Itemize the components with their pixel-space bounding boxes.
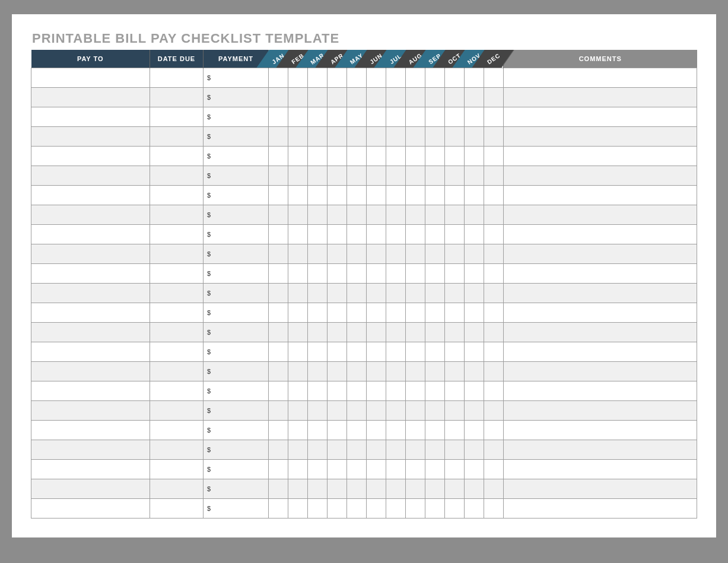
- cell-month-check[interactable]: [484, 440, 504, 460]
- cell-pay-to[interactable]: [31, 166, 150, 186]
- cell-pay-to[interactable]: [31, 68, 150, 88]
- cell-month-check[interactable]: [406, 323, 425, 342]
- cell-date-due[interactable]: [150, 88, 204, 107]
- cell-month-check[interactable]: [367, 88, 386, 107]
- cell-date-due[interactable]: [150, 479, 204, 499]
- cell-month-check[interactable]: [269, 166, 288, 186]
- cell-pay-to[interactable]: [31, 381, 150, 401]
- cell-month-check[interactable]: [425, 303, 445, 323]
- cell-month-check[interactable]: [465, 127, 484, 147]
- cell-month-check[interactable]: [465, 186, 484, 205]
- cell-comments[interactable]: [504, 205, 697, 225]
- cell-month-check[interactable]: [308, 205, 328, 225]
- cell-month-check[interactable]: [347, 303, 367, 323]
- cell-month-check[interactable]: [425, 264, 445, 284]
- cell-month-check[interactable]: [445, 479, 465, 499]
- cell-comments[interactable]: [504, 166, 697, 186]
- cell-month-check[interactable]: [465, 68, 484, 88]
- cell-month-check[interactable]: [308, 147, 328, 166]
- cell-month-check[interactable]: [269, 499, 288, 519]
- cell-date-due[interactable]: [150, 303, 204, 323]
- cell-month-check[interactable]: [347, 264, 367, 284]
- cell-pay-to[interactable]: [31, 323, 150, 342]
- cell-month-check[interactable]: [308, 499, 328, 519]
- cell-date-due[interactable]: [150, 244, 204, 264]
- cell-comments[interactable]: [504, 303, 697, 323]
- cell-month-check[interactable]: [445, 440, 465, 460]
- cell-comments[interactable]: [504, 401, 697, 421]
- cell-month-check[interactable]: [328, 147, 347, 166]
- cell-month-check[interactable]: [465, 499, 484, 519]
- cell-month-check[interactable]: [367, 499, 386, 519]
- cell-payment[interactable]: $: [204, 147, 269, 166]
- cell-comments[interactable]: [504, 68, 697, 88]
- cell-month-check[interactable]: [465, 303, 484, 323]
- cell-payment[interactable]: $: [204, 225, 269, 244]
- cell-month-check[interactable]: [445, 205, 465, 225]
- cell-month-check[interactable]: [484, 342, 504, 362]
- cell-month-check[interactable]: [445, 186, 465, 205]
- cell-date-due[interactable]: [150, 127, 204, 147]
- cell-month-check[interactable]: [269, 323, 288, 342]
- cell-month-check[interactable]: [425, 225, 445, 244]
- cell-month-check[interactable]: [367, 225, 386, 244]
- cell-month-check[interactable]: [465, 342, 484, 362]
- cell-month-check[interactable]: [484, 107, 504, 127]
- cell-payment[interactable]: $: [204, 421, 269, 440]
- cell-month-check[interactable]: [445, 166, 465, 186]
- cell-payment[interactable]: $: [204, 107, 269, 127]
- cell-month-check[interactable]: [386, 166, 406, 186]
- cell-month-check[interactable]: [328, 68, 347, 88]
- cell-month-check[interactable]: [269, 440, 288, 460]
- cell-month-check[interactable]: [406, 244, 425, 264]
- cell-month-check[interactable]: [347, 88, 367, 107]
- cell-month-check[interactable]: [347, 342, 367, 362]
- cell-month-check[interactable]: [484, 166, 504, 186]
- cell-month-check[interactable]: [406, 127, 425, 147]
- cell-month-check[interactable]: [465, 205, 484, 225]
- cell-date-due[interactable]: [150, 499, 204, 519]
- cell-month-check[interactable]: [328, 225, 347, 244]
- cell-month-check[interactable]: [445, 147, 465, 166]
- cell-pay-to[interactable]: [31, 284, 150, 303]
- cell-month-check[interactable]: [288, 323, 308, 342]
- cell-month-check[interactable]: [328, 107, 347, 127]
- cell-month-check[interactable]: [269, 421, 288, 440]
- cell-month-check[interactable]: [406, 362, 425, 381]
- cell-month-check[interactable]: [367, 107, 386, 127]
- cell-month-check[interactable]: [484, 244, 504, 264]
- cell-month-check[interactable]: [465, 264, 484, 284]
- cell-month-check[interactable]: [328, 88, 347, 107]
- cell-payment[interactable]: $: [204, 205, 269, 225]
- cell-month-check[interactable]: [308, 460, 328, 479]
- cell-month-check[interactable]: [406, 166, 425, 186]
- cell-payment[interactable]: $: [204, 460, 269, 479]
- cell-month-check[interactable]: [367, 362, 386, 381]
- cell-month-check[interactable]: [269, 205, 288, 225]
- cell-month-check[interactable]: [288, 127, 308, 147]
- cell-month-check[interactable]: [406, 68, 425, 88]
- cell-date-due[interactable]: [150, 147, 204, 166]
- cell-month-check[interactable]: [425, 244, 445, 264]
- cell-month-check[interactable]: [288, 479, 308, 499]
- cell-month-check[interactable]: [347, 107, 367, 127]
- cell-month-check[interactable]: [269, 362, 288, 381]
- cell-month-check[interactable]: [484, 323, 504, 342]
- cell-month-check[interactable]: [347, 186, 367, 205]
- cell-month-check[interactable]: [308, 186, 328, 205]
- cell-comments[interactable]: [504, 460, 697, 479]
- cell-month-check[interactable]: [288, 362, 308, 381]
- cell-month-check[interactable]: [406, 460, 425, 479]
- cell-month-check[interactable]: [445, 284, 465, 303]
- cell-comments[interactable]: [504, 479, 697, 499]
- cell-month-check[interactable]: [465, 323, 484, 342]
- cell-month-check[interactable]: [269, 186, 288, 205]
- cell-payment[interactable]: $: [204, 440, 269, 460]
- cell-date-due[interactable]: [150, 381, 204, 401]
- cell-month-check[interactable]: [288, 107, 308, 127]
- cell-month-check[interactable]: [269, 381, 288, 401]
- cell-month-check[interactable]: [425, 323, 445, 342]
- cell-month-check[interactable]: [406, 264, 425, 284]
- cell-comments[interactable]: [504, 421, 697, 440]
- cell-comments[interactable]: [504, 284, 697, 303]
